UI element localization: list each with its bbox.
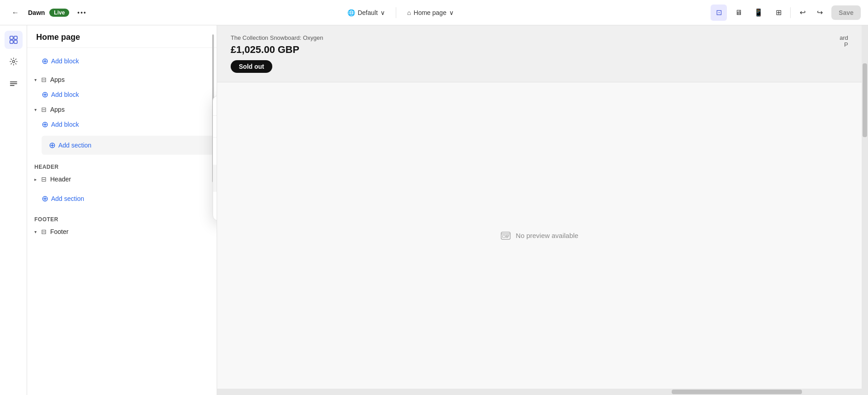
chevron-down-icon-footer: ▾ <box>34 229 37 234</box>
add-section-label: Add section <box>58 142 91 149</box>
home-icon: ⌂ <box>407 9 411 16</box>
add-block-label-1: Add block <box>51 57 79 65</box>
svg-rect-5 <box>10 81 17 82</box>
preview-scroll-thumb-v <box>863 63 867 137</box>
apps-label-2: Apps <box>50 106 209 113</box>
sections-nav-button[interactable] <box>5 31 23 49</box>
svg-point-4 <box>12 61 14 63</box>
header-label: Header <box>50 176 209 183</box>
page-label: Home page <box>414 9 446 16</box>
globe-icon: 🌐 <box>347 9 355 16</box>
popup-tabs: Sections 18 Apps 2 <box>213 116 217 138</box>
footer-group-label: Footer <box>27 211 217 224</box>
add-block-button-2[interactable]: ⊕ Add block <box>27 87 93 102</box>
pointer-tool-button[interactable]: ⊡ <box>711 5 727 21</box>
mobile-view-button[interactable]: 📱 <box>750 5 767 21</box>
add-section-header-label: Add section <box>51 195 84 202</box>
add-block-button-3[interactable]: ⊕ Add block <box>27 117 93 132</box>
svg-rect-12 <box>506 235 509 236</box>
live-badge: Live <box>49 9 69 17</box>
canvify-item[interactable]: C Canvify Page Canvify <box>213 165 217 192</box>
chevron-right-icon: ▸ <box>34 177 37 182</box>
add-section-header-button[interactable]: ⊕ Add section <box>42 190 202 207</box>
view-label: Default <box>358 9 378 16</box>
product-card: The Collection Snowboard: Oxygen £1,025.… <box>217 25 862 82</box>
divider <box>396 7 396 18</box>
preview-content: The Collection Snowboard: Oxygen £1,025.… <box>217 25 862 389</box>
svg-rect-3 <box>14 40 17 43</box>
plus-icon-3: ⊕ <box>42 119 48 129</box>
grid-icon-1: ⊟ <box>41 76 47 83</box>
plus-icon: ⊕ <box>42 56 48 66</box>
redo-button[interactable]: ↪ <box>811 5 828 21</box>
divider2 <box>790 7 791 18</box>
popup-footer: Browse apps built for Online Store 2.0 t… <box>213 192 217 220</box>
preview-scroll-horizontal[interactable] <box>217 389 868 395</box>
panel-body: ⊕ Add block ▾ ⊟ Apps ⊕ Add block ▾ ⊟ App… <box>27 48 217 395</box>
topbar: ← Dawn Live ••• 🌐 Default ∨ ⌂ Home page … <box>0 0 868 25</box>
embedany-item[interactable]: EmbedAny Widget EmbedAny <box>213 138 217 165</box>
back-button[interactable]: ← <box>7 5 24 21</box>
save-button[interactable]: Save <box>831 5 861 20</box>
sidebar-icon-panel <box>0 25 27 395</box>
add-section-popup: 🔍 Sections 18 Apps 2 <box>213 95 217 221</box>
chevron-down-icon-2: ▾ <box>34 107 37 112</box>
plus-icon-section: ⊕ <box>49 140 56 150</box>
header-group-label: Header <box>27 158 217 172</box>
no-preview-icon <box>500 230 511 241</box>
grid-icon-2: ⊟ <box>41 106 47 113</box>
svg-rect-11 <box>503 235 505 238</box>
svg-rect-13 <box>506 237 508 238</box>
footer-section-item[interactable]: ▾ ⊟ Footer <box>27 224 217 239</box>
add-section-button-main[interactable]: ⊕ Add section <box>42 136 217 155</box>
plus-icon-2: ⊕ <box>42 90 48 100</box>
extra-view-button[interactable]: ⊞ <box>770 5 787 21</box>
page-chevron: ∨ <box>449 9 454 16</box>
preview-area: The Collection Snowboard: Oxygen £1,025.… <box>217 25 868 395</box>
panel-title: Home page <box>27 25 217 48</box>
view-chevron: ∨ <box>380 9 385 16</box>
settings-nav-button[interactable] <box>5 52 23 71</box>
add-block-button-1[interactable]: ⊕ Add block <box>27 53 93 69</box>
add-block-label-3: Add block <box>51 121 79 128</box>
grid-icon-footer: ⊟ <box>41 228 47 235</box>
footer-label: Footer <box>50 228 209 235</box>
desktop-view-button[interactable]: 🖥 <box>730 5 747 21</box>
no-preview-area: No preview available <box>217 82 862 389</box>
product-price: £1,025.00 GBP <box>231 44 323 56</box>
page-selector[interactable]: ⌂ Home page ∨ <box>407 9 454 16</box>
apps-label-1: Apps <box>50 76 209 83</box>
popup-search-bar: 🔍 <box>213 96 217 116</box>
header-section-item[interactable]: ▸ ⊟ Header <box>27 172 217 186</box>
product-name: The Collection Snowboard: Oxygen <box>231 34 323 41</box>
svg-rect-2 <box>10 40 13 43</box>
side-text-1: ard <box>840 34 848 41</box>
side-text-2: P <box>840 41 848 48</box>
plus-icon-header: ⊕ <box>42 194 48 204</box>
chevron-down-icon-1: ▾ <box>34 77 37 82</box>
no-preview-text: No preview available <box>516 232 578 239</box>
svg-rect-1 <box>14 36 17 39</box>
apps-section-item-1[interactable]: ▾ ⊟ Apps <box>27 72 217 87</box>
grid-icon-header: ⊟ <box>41 176 47 183</box>
more-menu-button[interactable]: ••• <box>74 5 90 21</box>
add-block-label-2: Add block <box>51 91 79 98</box>
apps-section-item-2[interactable]: ▾ ⊟ Apps <box>27 102 217 117</box>
undo-button[interactable]: ↩ <box>794 5 811 21</box>
apps-nav-button[interactable] <box>5 74 23 92</box>
svg-rect-0 <box>10 36 13 39</box>
left-panel: Home page ⊕ Add block ▾ ⊟ Apps ⊕ Add blo… <box>27 25 217 395</box>
theme-name: Dawn <box>28 9 45 16</box>
svg-rect-7 <box>10 85 14 86</box>
preview-scroll-thumb-h <box>672 390 802 394</box>
svg-rect-6 <box>10 83 17 84</box>
view-selector[interactable]: 🌐 Default ∨ <box>347 9 385 16</box>
sold-out-badge[interactable]: Sold out <box>231 60 272 73</box>
preview-scroll-vertical[interactable] <box>862 25 868 395</box>
